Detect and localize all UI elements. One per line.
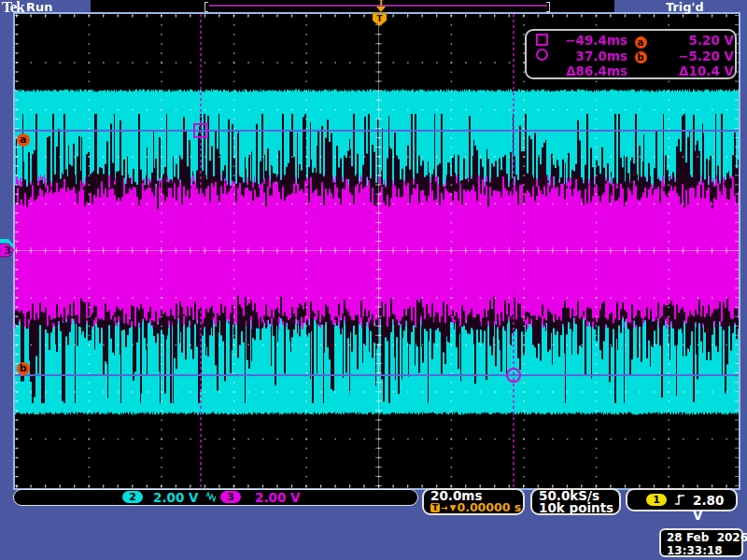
cursor1-time: −49.4ms: [558, 33, 627, 48]
horizontal-delay-value: 0.00000 s: [457, 502, 521, 513]
ch3-flag-label: 3: [5, 245, 12, 257]
cursor-b-volt: −5.20 V: [654, 49, 734, 63]
cursor-delta-volt: Δ10.4 V: [654, 63, 734, 78]
cursor-b-badge[interactable]: b: [17, 362, 30, 375]
ch2-badge[interactable]: 2: [122, 491, 143, 503]
record-view-bar: T: [91, 0, 614, 12]
arrow-down-icon: ▼: [450, 502, 457, 513]
trigger-source-badge: 1: [646, 494, 667, 506]
trigger-position-label: T: [375, 0, 387, 7]
ch3-badge[interactable]: 3: [220, 491, 241, 503]
waveform-canvas: [15, 14, 739, 488]
arrow-right-icon: →: [441, 502, 448, 513]
time-label: 13:33:18: [667, 544, 736, 557]
cursor2-circle-marker[interactable]: [506, 368, 521, 383]
acquisition-readout-box: 50.0kS/s 10k points: [530, 488, 621, 515]
record-left-bracket-icon: [204, 2, 208, 12]
acquisition-status: Run: [26, 0, 53, 14]
cursor1-square-icon: [536, 34, 548, 46]
record-right-bracket-icon: [546, 2, 550, 12]
cursor-delta-time: Δ86.4ms: [558, 63, 627, 78]
cursor2-time: 37.0ms: [558, 49, 627, 63]
trigger-status: Trig'd: [666, 0, 704, 14]
trigger-position-icon[interactable]: T: [375, 0, 387, 11]
noise-filter-icon: [205, 491, 217, 503]
date-label: 28 Feb 2026: [667, 531, 736, 544]
waveform-display-area: [13, 12, 740, 490]
datetime-box: 28 Feb 2026 13:33:18: [659, 528, 743, 557]
trigger-delay-icon: T: [430, 503, 440, 512]
channel-readout-bar: 2 2.00 V 3 2.00 V: [13, 489, 418, 506]
trigger-expansion-icon[interactable]: T: [372, 12, 388, 27]
ch2-scale-readout[interactable]: 2.00 V: [153, 490, 198, 505]
record-length: 10k points: [539, 502, 619, 514]
cursor-a-badge[interactable]: a: [17, 133, 30, 147]
trigger-readout-box[interactable]: 1 2.80 V: [626, 488, 738, 511]
tek-logo: Tek: [2, 0, 24, 17]
trigger-expansion-label: T: [376, 14, 383, 23]
channel-position-flags[interactable]: 3: [0, 235, 16, 263]
ch3-scale-readout[interactable]: 2.00 V: [255, 490, 300, 505]
rising-edge-icon: [674, 494, 685, 506]
cursor-a-volt: 5.20 V: [654, 33, 734, 48]
trigger-level: 2.80 V: [693, 493, 736, 523]
cursor1-square-marker[interactable]: [193, 123, 208, 138]
cursor-b-icon: b: [635, 51, 647, 63]
cursor-readout-panel: −49.4ms a 5.20 V 37.0ms b −5.20 V Δ86.4m…: [525, 29, 737, 79]
cursor2-circle-icon: [536, 49, 548, 61]
oscilloscope-screen: { "top_bar": { "logo": "Tek", "acq_statu…: [0, 0, 747, 560]
horizontal-readout-box[interactable]: 20.0ms T → ▼ 0.00000 s: [422, 488, 525, 515]
